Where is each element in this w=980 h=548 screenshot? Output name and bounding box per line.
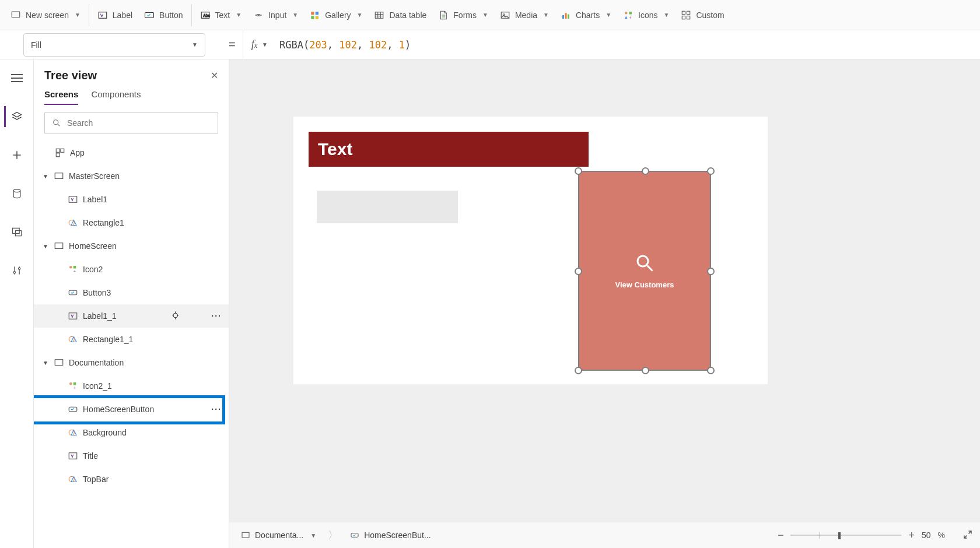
tree-view-button[interactable] [4,106,27,127]
chevron-down-icon[interactable]: ▼ [42,243,49,250]
breadcrumb-screen[interactable]: Documenta... ▼ [236,529,321,541]
custom-menu[interactable]: Custom [675,6,730,24]
forms-menu[interactable]: Forms ▼ [432,6,494,24]
tree-item-label1[interactable]: Label1 [34,188,229,211]
tab-screens[interactable]: Screens [44,89,78,105]
tree-item-title[interactable]: Title [34,444,229,468]
charts-menu[interactable]: Charts ▼ [555,6,617,24]
canvas-selected-button[interactable]: View Customers [578,171,711,371]
close-button[interactable]: ✕ [211,70,218,81]
icons-icon: + [68,264,78,275]
tools-button[interactable] [5,260,29,281]
chevron-down-icon[interactable]: ▼ [42,173,49,180]
search-icon [634,252,655,273]
tree-item-app[interactable]: App [34,141,229,164]
property-name: Fill [31,40,41,50]
svg-rect-18 [629,12,632,15]
fit-to-window-button[interactable] [963,529,973,542]
svg-rect-38 [74,266,76,269]
status-bar: Documenta... ▼ 〉 HomeScreenBut... − + 50… [229,522,980,548]
resize-handle[interactable] [707,367,715,374]
svg-rect-32 [56,153,60,157]
resize-handle[interactable] [642,367,649,374]
tree-item-masterscreen[interactable]: ▼ MasterScreen [34,164,229,188]
fx-icon[interactable]: fx [251,38,257,51]
tree-item-homescreenbutton[interactable]: HomeScreenButton ··· [34,398,229,421]
data-table-button[interactable]: Data table [368,6,432,24]
resize-handle[interactable] [707,167,715,175]
breadcrumb-control[interactable]: HomeScreenBut... [345,529,435,541]
media-icon [500,10,510,20]
tree-item-homescreen[interactable]: ▼ HomeScreen [34,234,229,258]
svg-rect-10 [316,16,318,19]
tree-item-background[interactable]: Background [34,421,229,444]
label-icon [68,311,78,321]
svg-rect-8 [316,12,318,15]
tree-item-button3[interactable]: Button3 [34,281,229,304]
zoom-slider[interactable] [790,535,901,536]
data-button[interactable] [5,183,29,204]
tree-item-rectangle1-1[interactable]: Rectangle1_1 [34,328,229,351]
svg-rect-22 [682,16,685,19]
media-menu[interactable]: Media ▼ [494,6,555,24]
chevron-down-icon[interactable]: ▼ [262,41,268,48]
canvas-background-rect[interactable] [317,191,458,223]
charts-icon [561,10,571,20]
more-button[interactable]: ··· [211,405,222,414]
insert-button[interactable] [5,145,29,166]
tree-item-rectangle1[interactable]: Rectangle1 [34,211,229,234]
new-screen-button[interactable]: New screen ▼ [5,6,86,24]
tree-title: Tree view [44,69,97,82]
plus-icon [11,149,23,161]
hamburger-button[interactable] [5,68,29,89]
tree-item-label1-1[interactable]: Label1_1 ··· [34,304,229,328]
svg-text:+: + [74,269,76,274]
chevron-down-icon[interactable]: ▼ [42,360,49,366]
fx-section: fx ▼ RGBA(203, 102, 102, 1) [243,30,411,59]
tree-item-icon2-1[interactable]: + Icon2_1 [34,374,229,398]
canvas-viewport[interactable]: Text View Customers [229,59,980,522]
resize-handle[interactable] [575,167,582,175]
property-selector[interactable]: Fill ▼ [23,33,205,57]
artboard-documentation[interactable]: Text View Customers [293,117,768,384]
svg-rect-36 [55,243,63,249]
tree-item-topbar[interactable]: TopBar [34,468,229,491]
screen-icon [10,10,21,20]
text-icon: Abc [200,10,211,20]
zoom-out-button[interactable]: − [778,529,784,542]
text-menu[interactable]: Abc Text ▼ [194,6,248,24]
chevron-down-icon: ▼ [192,41,198,48]
more-button[interactable]: ··· [211,311,222,321]
search-input[interactable]: Search [44,112,218,134]
svg-text:Abc: Abc [203,13,210,17]
tab-components[interactable]: Components [91,89,141,105]
svg-point-17 [625,12,628,15]
tree-item-documentation[interactable]: ▼ Documentation [34,351,229,374]
label-button[interactable]: Label [92,6,138,24]
resize-handle[interactable] [575,367,582,374]
svg-rect-23 [687,16,690,19]
chevron-down-icon[interactable]: ▼ [310,532,316,539]
input-menu[interactable]: Input ▼ [247,6,304,24]
zoom-in-button[interactable]: + [908,529,915,542]
canvas-topbar[interactable]: Text [309,132,589,167]
resize-handle[interactable] [575,268,582,275]
chevron-down-icon: ▼ [606,12,611,18]
svg-rect-21 [687,11,690,14]
button-button[interactable]: Button [138,6,188,24]
svg-rect-0 [12,12,20,17]
formula-input[interactable]: RGBA(203, 102, 102, 1) [279,39,411,51]
screen-icon [241,531,250,540]
svg-point-37 [69,266,72,269]
tools-icon [11,265,23,276]
gallery-menu[interactable]: Gallery ▼ [304,6,368,24]
resize-handle[interactable] [642,167,649,175]
search-icon [52,118,61,128]
divider [191,4,192,26]
tree-item-icon2[interactable]: + Icon2 [34,258,229,281]
media-panel-button[interactable] [5,222,29,243]
divider [89,4,89,26]
chevron-down-icon: ▼ [75,12,80,18]
icons-menu[interactable]: + Icons ▼ [617,6,675,24]
resize-handle[interactable] [707,268,715,275]
